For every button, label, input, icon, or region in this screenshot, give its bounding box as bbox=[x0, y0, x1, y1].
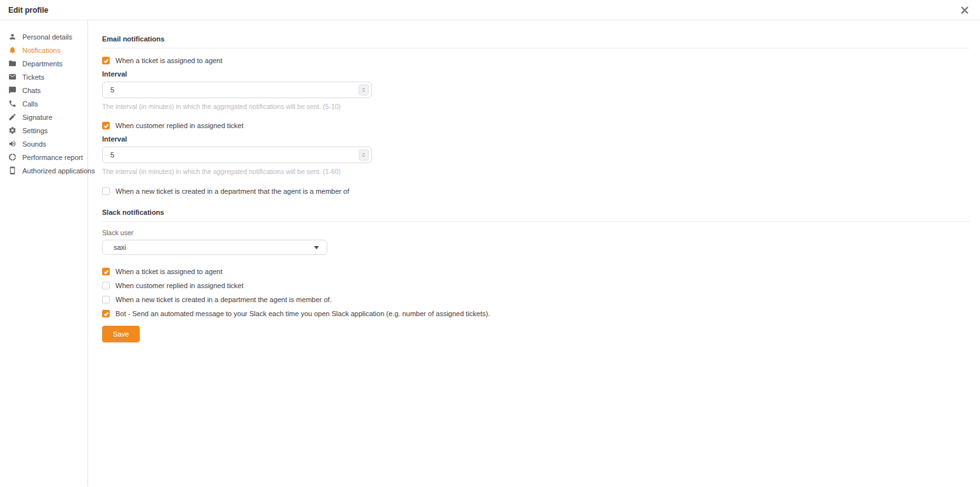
sidebar-item-label: Chats bbox=[22, 87, 41, 94]
slack-checkbox-row-customer-replied[interactable]: When customer replied in assigned ticket bbox=[102, 282, 970, 289]
email-checkbox-row-new-ticket-department[interactable]: When a new ticket is created in a depart… bbox=[102, 187, 970, 195]
checkbox-label: When customer replied in assigned ticket bbox=[115, 122, 244, 129]
stepper-icon[interactable] bbox=[359, 84, 369, 96]
main-content: Email notifications When a ticket is ass… bbox=[88, 20, 980, 486]
sidebar-item-label: Notifications bbox=[22, 47, 61, 54]
sidebar-item-calls[interactable]: Calls bbox=[0, 97, 87, 110]
sidebar-item-signature[interactable]: Signature bbox=[0, 110, 87, 124]
slack-checkbox-row-ticket-assigned[interactable]: When a ticket is assigned to agent bbox=[102, 268, 970, 275]
checkbox[interactable] bbox=[102, 296, 110, 303]
chevron-down-icon bbox=[314, 246, 319, 249]
sidebar-item-label: Departments bbox=[22, 60, 63, 68]
report-icon bbox=[8, 153, 17, 161]
checkbox[interactable] bbox=[102, 187, 110, 195]
sidebar-item-tickets[interactable]: Tickets bbox=[0, 70, 87, 84]
checkbox-label: When a new ticket is created in a depart… bbox=[115, 296, 332, 303]
interval-help-text: The interval (in minutes) in which the a… bbox=[102, 168, 970, 175]
checkbox[interactable] bbox=[102, 268, 110, 275]
close-icon[interactable] bbox=[960, 6, 969, 15]
email-checkbox-row-ticket-assigned[interactable]: When a ticket is assigned to agent bbox=[102, 57, 970, 64]
interval-help-text: The interval (in minutes) in which the a… bbox=[102, 103, 970, 110]
bell-icon bbox=[8, 46, 17, 54]
sidebar-item-label: Personal details bbox=[22, 33, 72, 41]
chat-icon bbox=[8, 86, 17, 94]
sidebar-item-label: Tickets bbox=[22, 73, 44, 81]
interval-label: Interval bbox=[102, 70, 970, 78]
slack-user-label: Slack user bbox=[102, 229, 970, 236]
speaker-icon bbox=[8, 140, 17, 148]
interval-label: Interval bbox=[102, 135, 970, 143]
email-notifications-title: Email notifications bbox=[102, 35, 970, 43]
sidebar-item-personal-details[interactable]: Personal details bbox=[0, 30, 87, 43]
topbar: Edit profile bbox=[0, 0, 980, 20]
checkbox-label: When customer replied in assigned ticket bbox=[115, 282, 244, 289]
sidebar-item-chats[interactable]: Chats bbox=[0, 84, 87, 97]
sidebar-item-notifications[interactable]: Notifications bbox=[0, 43, 87, 57]
interval-input[interactable] bbox=[102, 82, 372, 98]
checkbox-label: When a ticket is assigned to agent bbox=[115, 268, 223, 275]
checkbox[interactable] bbox=[102, 57, 110, 64]
checkbox-label: When a ticket is assigned to agent bbox=[115, 57, 223, 64]
slack-user-selected-value: saxi bbox=[114, 244, 126, 251]
interval-input[interactable] bbox=[102, 147, 372, 163]
sidebar-item-label: Sounds bbox=[22, 140, 46, 148]
checkbox[interactable] bbox=[102, 282, 110, 289]
mail-icon bbox=[8, 73, 17, 81]
phone-icon bbox=[8, 99, 17, 108]
pen-icon bbox=[8, 113, 17, 121]
sidebar-item-label: Signature bbox=[22, 113, 52, 121]
checkbox-label: Bot - Send an automated message to your … bbox=[115, 310, 490, 317]
gear-icon bbox=[8, 126, 17, 134]
checkbox-label: When a new ticket is created in a depart… bbox=[115, 187, 349, 195]
slack-notifications-title: Slack notifications bbox=[102, 208, 970, 216]
sidebar-item-performance-report[interactable]: Performance report bbox=[0, 150, 87, 164]
section-divider bbox=[102, 48, 970, 48]
sidebar-item-label: Calls bbox=[22, 100, 38, 108]
sidebar-item-label: Settings bbox=[22, 127, 48, 134]
page-title: Edit profile bbox=[8, 6, 48, 15]
folder-icon bbox=[8, 59, 17, 68]
email-checkbox-row-customer-replied[interactable]: When customer replied in assigned ticket bbox=[102, 122, 970, 129]
sidebar-item-authorized-applications[interactable]: Authorized applications bbox=[0, 164, 87, 177]
save-button[interactable]: Save bbox=[102, 326, 140, 342]
section-divider bbox=[102, 221, 970, 222]
sidebar-item-label: Authorized applications bbox=[22, 167, 95, 175]
device-icon bbox=[8, 166, 17, 175]
checkbox[interactable] bbox=[102, 122, 110, 129]
sidebar-item-settings[interactable]: Settings bbox=[0, 124, 87, 137]
slack-user-select[interactable]: saxi bbox=[102, 240, 327, 255]
stepper-icon[interactable] bbox=[359, 149, 369, 161]
checkbox[interactable] bbox=[102, 310, 110, 317]
slack-checkbox-row-new-ticket-department[interactable]: When a new ticket is created in a depart… bbox=[102, 296, 970, 303]
sidebar-item-departments[interactable]: Departments bbox=[0, 57, 87, 70]
sidebar-item-sounds[interactable]: Sounds bbox=[0, 137, 87, 150]
slack-checkbox-row-bot-message[interactable]: Bot - Send an automated message to your … bbox=[102, 310, 970, 317]
sidebar-item-label: Performance report bbox=[22, 154, 83, 161]
sidebar: Personal details Notifications Departmen… bbox=[0, 20, 88, 486]
person-icon bbox=[8, 33, 17, 41]
